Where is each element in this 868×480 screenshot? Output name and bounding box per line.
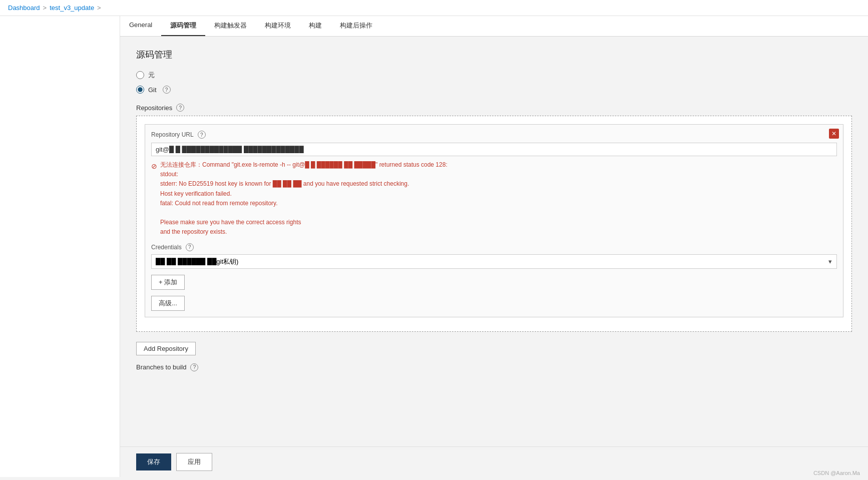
repo-url-input[interactable] [151,143,837,156]
breadcrumb-dashboard[interactable]: Dashboard [8,4,40,12]
repo-url-help-icon[interactable]: ? [198,131,206,139]
add-credentials-area: + 添加 [151,275,837,290]
breadcrumb: Dashboard > test_v3_update > [0,0,868,16]
radio-none-label: 元 [148,71,155,80]
breadcrumb-sep1: > [43,4,47,12]
tab-build-trigger[interactable]: 构建触发器 [205,16,256,36]
tab-source-code[interactable]: 源码管理 [161,16,205,36]
repo-url-section: ✕ Repository URL ? ⊘ 无法连接仓库：Command "git… [145,124,843,317]
error-text: 无法连接仓库：Command "git.exe ls-remote -h -- … [160,160,448,237]
repo-box: ✕ Repository URL ? ⊘ 无法连接仓库：Command "git… [136,116,852,332]
watermark: CSDN @Aaron.Ma [813,470,860,476]
footer-bar: 保存 应用 [120,446,868,477]
tab-build-env[interactable]: 构建环境 [256,16,300,36]
credentials-help-icon[interactable]: ? [186,243,194,251]
advanced-area: 高级... [151,296,837,311]
credentials-select[interactable]: ██ ██ ██████ ██git私钥) [151,254,837,269]
error-message: ⊘ 无法连接仓库：Command "git.exe ls-remote -h -… [151,160,837,237]
repositories-section: Repositories ? ✕ Repository URL ? [136,104,852,332]
repo-url-label: Repository URL ? [151,131,837,139]
advanced-button[interactable]: 高级... [151,296,185,311]
close-repo-button[interactable]: ✕ [829,129,839,139]
main-layout: General 源码管理 构建触发器 构建环境 构建 构建后操作 源码管理 元 … [0,16,868,477]
tab-general[interactable]: General [120,16,161,36]
apply-button[interactable]: 应用 [176,453,212,471]
branches-help-icon[interactable]: ? [190,363,198,371]
repositories-help-icon[interactable]: ? [176,104,184,112]
breadcrumb-sep2: > [97,4,101,12]
breadcrumb-project[interactable]: test_v3_update [50,4,94,12]
form-content: 源码管理 元 Git ? Repositories ? [120,37,868,446]
repositories-label: Repositories ? [136,104,852,112]
radio-git-input[interactable] [136,86,144,94]
radio-git: Git ? [136,86,852,94]
radio-none: 元 [136,71,852,80]
error-icon: ⊘ [151,161,157,237]
tab-post-build[interactable]: 构建后操作 [331,16,381,36]
radio-none-input[interactable] [136,71,144,79]
branches-to-build-label: Branches to build ? [136,363,852,371]
save-button[interactable]: 保存 [136,453,171,470]
git-help-icon[interactable]: ? [163,86,171,94]
page-title: 源码管理 [136,49,852,61]
credentials-select-wrapper: ██ ██ ██████ ██git私钥) [151,254,837,269]
content-area: General 源码管理 构建触发器 构建环境 构建 构建后操作 源码管理 元 … [120,16,868,477]
radio-git-label: Git [148,86,157,94]
sidebar [0,16,120,477]
tab-build[interactable]: 构建 [300,16,331,36]
add-credentials-button[interactable]: + 添加 [151,275,185,290]
add-repository-button[interactable]: Add Repository [136,342,196,355]
tabs: General 源码管理 构建触发器 构建环境 构建 构建后操作 [120,16,868,37]
credentials-label: Credentials ? [151,243,837,251]
credentials-section: Credentials ? ██ ██ ██████ ██git私钥) [151,243,837,269]
scm-radio-group: 元 Git ? [136,71,852,94]
